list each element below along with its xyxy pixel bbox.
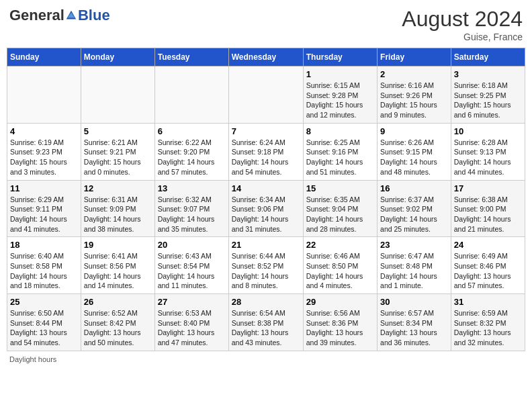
calendar-cell: 10Sunrise: 6:28 AMSunset: 9:13 PMDayligh… [451,123,525,180]
calendar-table: SundayMondayTuesdayWednesdayThursdayFrid… [7,48,525,351]
calendar-cell: 14Sunrise: 6:34 AMSunset: 9:06 PMDayligh… [228,180,303,237]
calendar-cell: 17Sunrise: 6:38 AMSunset: 9:00 PMDayligh… [451,180,525,237]
day-info: Sunrise: 6:18 AMSunset: 9:25 PMDaylight:… [454,81,522,120]
logo-text: General Blue [9,7,110,24]
logo-general: General [9,7,64,24]
day-info: Sunrise: 6:41 AMSunset: 8:56 PMDaylight:… [84,251,152,291]
calendar-cell: 11Sunrise: 6:29 AMSunset: 9:11 PMDayligh… [7,180,81,237]
calendar-cell [228,66,303,124]
day-number: 21 [232,240,300,250]
day-number: 9 [380,126,448,136]
day-number: 14 [232,183,300,193]
day-number: 30 [380,297,448,307]
logo-icon [65,9,77,21]
calendar-day-header: Saturday [451,48,525,66]
calendar-cell [81,66,154,124]
day-number: 8 [306,126,374,136]
calendar-cell: 27Sunrise: 6:53 AMSunset: 8:40 PMDayligh… [154,294,228,351]
calendar-cell: 24Sunrise: 6:49 AMSunset: 8:46 PMDayligh… [451,237,525,294]
day-number: 27 [158,297,226,307]
calendar-cell: 30Sunrise: 6:57 AMSunset: 8:34 PMDayligh… [378,294,451,351]
calendar-cell: 16Sunrise: 6:37 AMSunset: 9:02 PMDayligh… [378,180,451,237]
calendar-day-header: Wednesday [228,48,303,66]
calendar-cell: 28Sunrise: 6:54 AMSunset: 8:38 PMDayligh… [228,294,303,351]
day-number: 5 [84,126,152,136]
location: Guise, France [402,32,523,42]
day-info: Sunrise: 6:50 AMSunset: 8:44 PMDaylight:… [10,308,78,348]
footer: Daylight hours [7,355,525,363]
calendar-day-header: Thursday [303,48,377,66]
calendar-cell: 6Sunrise: 6:22 AMSunset: 9:20 PMDaylight… [154,123,228,180]
day-number: 3 [454,69,522,79]
calendar-cell: 15Sunrise: 6:35 AMSunset: 9:04 PMDayligh… [303,180,377,237]
day-info: Sunrise: 6:25 AMSunset: 9:16 PMDaylight:… [306,138,374,177]
day-info: Sunrise: 6:26 AMSunset: 9:15 PMDaylight:… [380,138,448,177]
day-info: Sunrise: 6:38 AMSunset: 9:00 PMDaylight:… [454,195,522,234]
day-number: 13 [158,183,226,193]
day-info: Sunrise: 6:54 AMSunset: 8:38 PMDaylight:… [232,308,300,348]
day-info: Sunrise: 6:56 AMSunset: 8:36 PMDaylight:… [306,308,374,348]
day-info: Sunrise: 6:19 AMSunset: 9:23 PMDaylight:… [10,138,78,177]
day-info: Sunrise: 6:44 AMSunset: 8:52 PMDaylight:… [232,251,300,291]
day-number: 26 [84,297,152,307]
calendar-cell: 8Sunrise: 6:25 AMSunset: 9:16 PMDaylight… [303,123,377,180]
day-number: 1 [306,69,374,79]
day-number: 12 [84,183,152,193]
day-number: 15 [306,183,374,193]
day-info: Sunrise: 6:40 AMSunset: 8:58 PMDaylight:… [10,251,78,291]
calendar-cell: 19Sunrise: 6:41 AMSunset: 8:56 PMDayligh… [81,237,154,294]
day-number: 28 [232,297,300,307]
day-info: Sunrise: 6:32 AMSunset: 9:07 PMDaylight:… [158,195,226,234]
calendar-day-header: Tuesday [154,48,228,66]
calendar-cell: 1Sunrise: 6:15 AMSunset: 9:28 PMDaylight… [303,66,377,124]
calendar-week-row: 4Sunrise: 6:19 AMSunset: 9:23 PMDaylight… [7,123,525,180]
calendar-week-row: 1Sunrise: 6:15 AMSunset: 9:28 PMDaylight… [7,66,525,124]
day-number: 25 [10,297,78,307]
calendar-cell: 25Sunrise: 6:50 AMSunset: 8:44 PMDayligh… [7,294,81,351]
day-info: Sunrise: 6:21 AMSunset: 9:21 PMDaylight:… [84,138,152,177]
day-info: Sunrise: 6:28 AMSunset: 9:13 PMDaylight:… [454,138,522,177]
day-info: Sunrise: 6:47 AMSunset: 8:48 PMDaylight:… [380,251,448,291]
day-number: 17 [454,183,522,193]
calendar-cell: 26Sunrise: 6:52 AMSunset: 8:42 PMDayligh… [81,294,154,351]
day-info: Sunrise: 6:52 AMSunset: 8:42 PMDaylight:… [84,308,152,348]
day-number: 4 [10,126,78,136]
day-info: Sunrise: 6:57 AMSunset: 8:34 PMDaylight:… [380,308,448,348]
calendar-cell: 23Sunrise: 6:47 AMSunset: 8:48 PMDayligh… [378,237,451,294]
calendar-week-row: 25Sunrise: 6:50 AMSunset: 8:44 PMDayligh… [7,294,525,351]
day-number: 6 [158,126,226,136]
calendar-cell: 5Sunrise: 6:21 AMSunset: 9:21 PMDaylight… [81,123,154,180]
calendar-cell: 9Sunrise: 6:26 AMSunset: 9:15 PMDaylight… [378,123,451,180]
day-info: Sunrise: 6:49 AMSunset: 8:46 PMDaylight:… [454,251,522,291]
calendar-cell: 29Sunrise: 6:56 AMSunset: 8:36 PMDayligh… [303,294,377,351]
calendar-week-row: 18Sunrise: 6:40 AMSunset: 8:58 PMDayligh… [7,237,525,294]
day-number: 24 [454,240,522,250]
calendar-day-header: Monday [81,48,154,66]
day-number: 7 [232,126,300,136]
day-info: Sunrise: 6:43 AMSunset: 8:54 PMDaylight:… [158,251,226,291]
calendar-day-header: Friday [378,48,451,66]
day-info: Sunrise: 6:53 AMSunset: 8:40 PMDaylight:… [158,308,226,348]
calendar-cell: 2Sunrise: 6:16 AMSunset: 9:26 PMDaylight… [378,66,451,124]
calendar-week-row: 11Sunrise: 6:29 AMSunset: 9:11 PMDayligh… [7,180,525,237]
calendar-cell: 31Sunrise: 6:59 AMSunset: 8:32 PMDayligh… [451,294,525,351]
calendar-cell: 7Sunrise: 6:24 AMSunset: 9:18 PMDaylight… [228,123,303,180]
day-info: Sunrise: 6:24 AMSunset: 9:18 PMDaylight:… [232,138,300,177]
day-number: 2 [380,69,448,79]
day-number: 23 [380,240,448,250]
calendar-cell: 21Sunrise: 6:44 AMSunset: 8:52 PMDayligh… [228,237,303,294]
logo-blue: Blue [78,7,110,24]
day-info: Sunrise: 6:31 AMSunset: 9:09 PMDaylight:… [84,195,152,234]
calendar-cell: 12Sunrise: 6:31 AMSunset: 9:09 PMDayligh… [81,180,154,237]
day-info: Sunrise: 6:16 AMSunset: 9:26 PMDaylight:… [380,81,448,120]
calendar-day-header: Sunday [7,48,81,66]
day-number: 11 [10,183,78,193]
calendar-header-row: SundayMondayTuesdayWednesdayThursdayFrid… [7,48,525,66]
day-number: 29 [306,297,374,307]
day-number: 20 [158,240,226,250]
calendar-cell: 13Sunrise: 6:32 AMSunset: 9:07 PMDayligh… [154,180,228,237]
day-number: 31 [454,297,522,307]
calendar-cell: 20Sunrise: 6:43 AMSunset: 8:54 PMDayligh… [154,237,228,294]
calendar-cell: 22Sunrise: 6:46 AMSunset: 8:50 PMDayligh… [303,237,377,294]
calendar-cell [154,66,228,124]
